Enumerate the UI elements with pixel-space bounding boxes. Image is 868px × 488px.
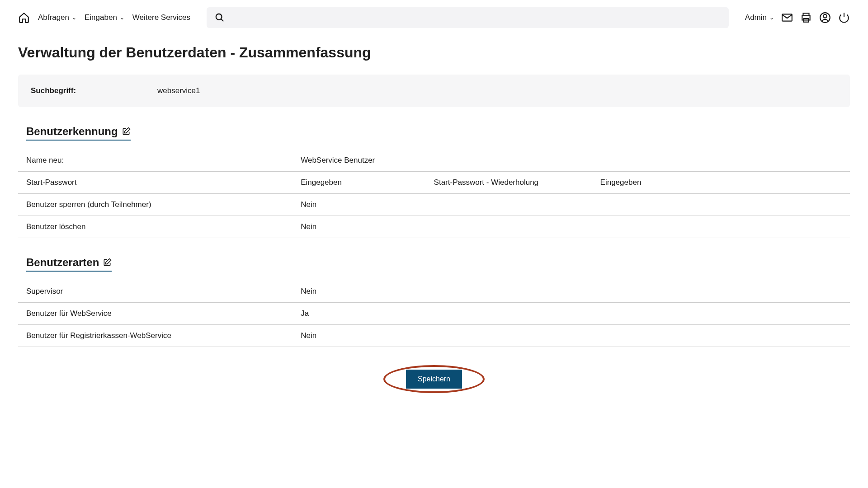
print-icon[interactable] [800,12,812,23]
table-row: Benutzer für WebService Ja [18,303,850,325]
user-icon[interactable] [819,12,831,23]
table-row: Supervisor Nein [18,281,850,303]
admin-menu[interactable]: Admin ⌄ [745,13,774,22]
save-highlight: Speichern [383,365,485,393]
search-info-box: Suchbegriff: webservice1 [18,75,850,107]
row-label2: Start-Passwort - Wiederholung [426,172,592,194]
power-icon[interactable] [838,12,850,23]
chevron-down-icon: ⌄ [120,14,124,21]
search-bar[interactable] [207,7,729,28]
edit-icon[interactable] [122,127,131,136]
svg-point-7 [823,14,827,18]
row-value: Nein [292,216,425,238]
row-value: Nein [292,325,850,347]
admin-label: Admin [745,13,767,22]
row-value: Ja [292,303,850,325]
table-row: Benutzer für Registrierkassen-WebService… [18,325,850,347]
row-label: Start-Passwort [18,172,292,194]
table-row: Benutzer löschen Nein [18,216,850,238]
row-value2: Eingegeben [592,172,850,194]
search-label: Suchbegriff: [31,86,157,95]
table-row: Start-Passwort Eingegeben Start-Passwort… [18,172,850,194]
benutzerarten-table: Supervisor Nein Benutzer für WebService … [18,281,850,347]
row-value: Eingegeben [292,172,425,194]
page-title: Verwaltung der Benutzerdaten - Zusammenf… [18,44,850,61]
mail-icon[interactable] [781,12,793,23]
row-label: Name neu: [18,150,292,172]
row-label: Supervisor [18,281,292,303]
nav-weitere-services[interactable]: Weitere Services [132,13,190,22]
nav-abfragen[interactable]: Abfragen ⌄ [38,13,76,22]
section1-heading: Benutzerkennung [26,125,118,138]
svg-point-0 [216,14,222,20]
search-value: webservice1 [157,86,200,95]
nav-eingaben-label: Eingaben [85,13,117,22]
row-label: Benutzer für Registrierkassen-WebService [18,325,292,347]
search-icon [215,13,225,23]
chevron-down-icon: ⌄ [72,14,76,21]
row-label: Benutzer für WebService [18,303,292,325]
row-label: Benutzer löschen [18,216,292,238]
row-value: Nein [292,194,425,216]
benutzerkennung-table: Name neu: WebService Benutzer Start-Pass… [18,150,850,238]
save-button[interactable]: Speichern [406,370,462,389]
nav-weitere-label: Weitere Services [132,13,190,22]
chevron-down-icon: ⌄ [769,14,774,21]
table-row: Benutzer sperren (durch Teilnehmer) Nein [18,194,850,216]
row-value: WebService Benutzer [292,150,425,172]
row-label2 [426,150,592,172]
svg-line-1 [221,19,224,22]
table-row: Name neu: WebService Benutzer [18,150,850,172]
section-benutzerkennung-header: Benutzerkennung [26,125,131,141]
home-icon[interactable] [18,12,30,23]
row-value2 [592,150,850,172]
edit-icon[interactable] [103,258,112,267]
nav-eingaben[interactable]: Eingaben ⌄ [85,13,124,22]
row-value: Nein [292,281,850,303]
section2-heading: Benutzerarten [26,256,99,269]
section-benutzerarten-header: Benutzerarten [26,256,112,272]
row-label: Benutzer sperren (durch Teilnehmer) [18,194,292,216]
nav-abfragen-label: Abfragen [38,13,69,22]
